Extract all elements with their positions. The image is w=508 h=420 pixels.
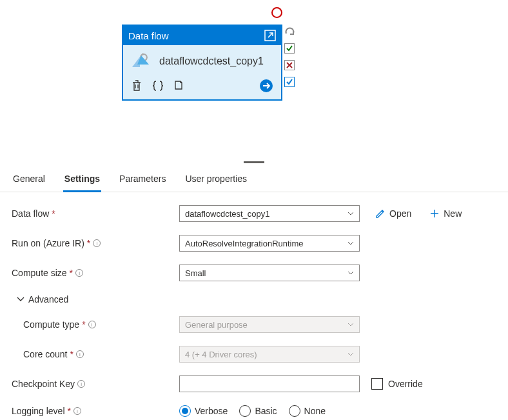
required-marker: * [52,208,55,219]
advanced-label: Advanced [28,294,68,305]
computetype-select-value: General purpose [185,320,248,330]
open-external-icon[interactable] [264,30,276,41]
runon-select[interactable]: AutoResolveIntegrationRuntime [179,235,360,252]
info-icon[interactable]: i [76,350,84,358]
dataflow-select[interactable]: dataflowcdctest_copy1 [179,205,360,222]
computetype-label: Compute type [23,319,79,330]
info-check-icon[interactable] [284,77,295,87]
chevron-down-icon [347,271,354,275]
override-label: Override [388,379,423,389]
braces-icon[interactable] [151,79,164,92]
tab-parameters[interactable]: Parameters [118,167,167,192]
copy-icon[interactable] [173,79,185,92]
run-arrow-icon[interactable] [259,79,273,93]
side-status-icons [284,26,296,87]
chevron-down-icon [17,297,24,302]
info-icon[interactable]: i [88,321,96,328]
dataflow-icon [131,52,153,71]
error-x-icon[interactable] [284,60,295,70]
radio-none-label: None [304,406,326,416]
plus-icon [429,208,440,219]
canvas-area: Data flow dataflowcdctest_copy1 [0,0,508,161]
computesize-select-value: Small [185,268,206,278]
new-label: New [444,208,462,219]
checkpointkey-input[interactable] [179,375,360,392]
delete-icon[interactable] [131,79,142,92]
pencil-icon [375,208,386,219]
open-label: Open [389,208,411,219]
runon-label: Run on (Azure IR) [12,238,84,248]
runon-select-value: AutoResolveIntegrationRuntime [185,239,304,248]
corecount-label: Core count [23,349,67,359]
required-marker: * [68,406,71,416]
checkpointkey-label: Checkpoint Key [12,379,75,389]
radio-none[interactable]: None [289,405,326,417]
success-check-icon[interactable] [284,43,295,54]
chevron-down-icon [347,241,354,245]
logginglevel-radio-group: Verbose Basic None [179,405,326,417]
required-marker: * [82,319,85,330]
open-button[interactable]: Open [375,208,411,219]
new-button[interactable]: New [429,208,462,219]
computesize-select[interactable]: Small [179,265,360,281]
card-title: Data flow [128,30,169,41]
tab-general[interactable]: General [12,167,46,192]
chevron-down-icon [347,323,354,326]
info-icon[interactable]: i [73,407,81,415]
tabs-bar: General Settings Parameters User propert… [0,167,508,192]
required-marker: * [87,238,90,248]
info-icon[interactable]: i [77,380,85,388]
required-marker: * [70,349,73,359]
radio-verbose-label: Verbose [195,406,228,416]
logginglevel-label: Logging level [12,406,65,416]
radio-verbose[interactable]: Verbose [179,405,228,417]
dataflow-select-value: dataflowcdctest_copy1 [185,209,270,219]
radio-basic[interactable]: Basic [239,405,277,417]
override-checkbox[interactable] [371,378,383,390]
card-header: Data flow [123,26,281,45]
highlight-circle-icon [271,7,282,18]
computesize-label: Compute size [12,268,67,278]
chevron-down-icon [347,212,354,215]
required-marker: * [70,268,73,278]
settings-form: Data flow * dataflowcdctest_copy1 Open N… [0,192,508,420]
dataflow-activity-card[interactable]: Data flow dataflowcdctest_copy1 [122,25,282,101]
radio-basic-label: Basic [255,406,277,416]
tab-settings[interactable]: Settings [63,167,101,192]
computetype-select: General purpose [179,316,360,333]
advanced-toggle[interactable]: Advanced [17,294,496,305]
info-icon[interactable]: i [93,239,101,247]
corecount-select-value: 4 (+ 4 Driver cores) [185,350,257,359]
corecount-select: 4 (+ 4 Driver cores) [179,346,360,363]
card-activity-name: dataflowcdctest_copy1 [159,55,264,67]
chevron-down-icon [347,352,354,356]
card-actions [123,75,281,99]
tab-user-properties[interactable]: User properties [184,167,248,192]
panel-drag-handle[interactable] [244,161,264,163]
dataflow-label: Data flow [12,208,49,219]
card-body: dataflowcdctest_copy1 [123,45,281,75]
info-icon[interactable]: i [75,269,83,277]
redo-icon[interactable] [284,26,296,37]
